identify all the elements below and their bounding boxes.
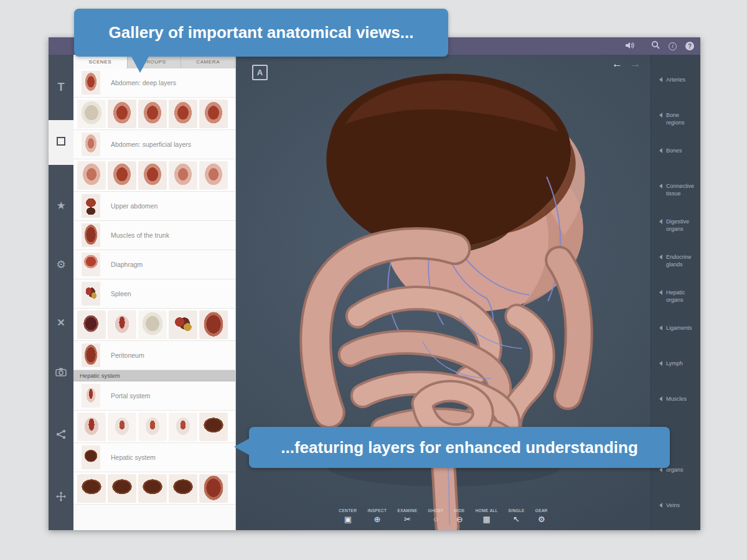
anatomy-category-organs[interactable]: organs: [651, 464, 700, 499]
scene-item[interactable]: Hepatic system: [73, 443, 235, 472]
scene-variant-thumbnail[interactable]: [169, 161, 197, 190]
anatomy-category-muscles[interactable]: Muscles: [651, 393, 700, 428]
tutorial-callout-bottom: ...featuring layers for enhanced underst…: [249, 427, 670, 468]
scene-variant-thumbnail[interactable]: [138, 413, 167, 441]
chevron-left-icon: [656, 148, 662, 153]
tool-single[interactable]: SINGLE↖: [508, 508, 524, 523]
scene-variant-thumbnail[interactable]: [199, 474, 228, 503]
scene-variant-thumbnail[interactable]: [138, 161, 167, 190]
scene-variant-thumbnail[interactable]: [169, 100, 197, 128]
info-icon[interactable]: i: [669, 42, 677, 50]
scene-variant-thumbnail[interactable]: [108, 310, 136, 339]
anatomy-category-label: Arteries: [666, 76, 685, 83]
favorites-button[interactable]: ★: [49, 193, 73, 218]
scene-thumbnail[interactable]: [82, 253, 100, 276]
scene-item[interactable]: Spleen: [73, 279, 235, 309]
scene-variant-thumbnail[interactable]: [169, 474, 197, 503]
scene-thumbnail[interactable]: [82, 446, 100, 469]
scene-variant-thumbnail[interactable]: [77, 413, 106, 441]
anatomy-category-bone-regions[interactable]: Bone regions: [651, 109, 700, 144]
tool-label: GEAR: [535, 508, 548, 513]
scene-thumbnail[interactable]: [82, 223, 100, 247]
anatomy-category-digestive-organs[interactable]: Digestive organs: [651, 215, 700, 251]
scene-item-label: Abdomen: deep layers: [111, 79, 176, 86]
scene-thumbnail[interactable]: [82, 343, 100, 367]
scene-item[interactable]: Abdomen: superficial layers: [73, 130, 235, 159]
callout-top-text: Gallery of important anatomical views...: [109, 23, 414, 42]
scene-variant-thumbnail[interactable]: [169, 310, 197, 339]
scene-variant-thumbnail[interactable]: [199, 310, 228, 339]
share-button[interactable]: [49, 423, 73, 448]
tab-scenes[interactable]: SCENES: [73, 55, 128, 68]
forward-arrow-icon[interactable]: →: [630, 58, 641, 70]
anatomy-category-bones[interactable]: Bones: [651, 144, 700, 180]
scene-thumbnail[interactable]: [82, 133, 100, 156]
scenes-tool-button[interactable]: [49, 120, 73, 165]
scene-thumbnail[interactable]: [82, 282, 100, 306]
inspect-icon: ⊕: [374, 515, 380, 523]
viewport-toolbar: CENTER▣INSPECT⊕EXAMINE✂GHOST○HIDE⊖HOME A…: [339, 508, 547, 523]
anatomy-category-ligaments[interactable]: Ligaments: [651, 322, 700, 357]
scene-item[interactable]: Portal system: [73, 381, 235, 411]
anatomy-category-label: Lymph: [666, 360, 683, 367]
home-all-icon: ▦: [482, 515, 490, 523]
tool-home-all[interactable]: HOME ALL▦: [476, 508, 498, 523]
scene-variant-thumbnail[interactable]: [77, 310, 106, 339]
tab-camera[interactable]: CAMERA: [181, 55, 235, 68]
anatomy-category-lymph[interactable]: Lymph: [651, 357, 700, 393]
view-history-nav: ← →: [612, 58, 641, 70]
scene-variant-thumbnail[interactable]: [138, 310, 167, 339]
center-icon: ▣: [344, 515, 352, 523]
scene-variant-thumbnail[interactable]: [77, 161, 106, 190]
anatomy-category-label: Veins: [666, 502, 680, 509]
tool-hide[interactable]: HIDE⊖: [454, 508, 465, 523]
scene-item[interactable]: Muscles of the trunk: [73, 221, 235, 250]
scene-variant-thumbnail[interactable]: [199, 413, 228, 441]
volume-icon[interactable]: [625, 40, 635, 52]
scene-item[interactable]: Upper abdomen: [73, 192, 235, 221]
tool-center[interactable]: CENTER▣: [339, 508, 357, 523]
left-toolbar: T ★ ⚙ ✕: [49, 55, 73, 530]
scene-variant-thumbnail[interactable]: [77, 100, 106, 128]
scene-item[interactable]: Peritoneum: [73, 341, 235, 370]
scene-variant-thumbnail[interactable]: [108, 161, 136, 190]
ghost-icon: ○: [433, 515, 438, 523]
scene-variant-thumbnail[interactable]: [108, 100, 136, 128]
scene-item[interactable]: Diaphragm: [73, 250, 235, 279]
scene-variant-thumbnail[interactable]: [108, 474, 136, 503]
anatomy-category-hepatic-organs[interactable]: Hepatic organs: [651, 286, 700, 322]
scene-thumbnail[interactable]: [82, 384, 100, 408]
scene-gallery-row: [73, 309, 235, 341]
pan-button[interactable]: [49, 485, 73, 510]
text-tool-button[interactable]: T: [49, 75, 73, 100]
annotation-badge[interactable]: A: [252, 65, 268, 80]
scene-variant-thumbnail[interactable]: [77, 474, 106, 503]
scene-thumbnail[interactable]: [82, 71, 100, 95]
anatomy-category-veins[interactable]: Veins: [651, 499, 700, 534]
tool-inspect[interactable]: INSPECT⊕: [367, 508, 387, 523]
anatomy-category-arteries[interactable]: Arteries: [651, 73, 700, 109]
scene-variant-thumbnail[interactable]: [138, 474, 167, 503]
tool-examine[interactable]: EXAMINE✂: [397, 508, 417, 523]
scene-variant-thumbnail[interactable]: [199, 161, 228, 190]
back-arrow-icon[interactable]: ←: [612, 58, 622, 70]
screenshot-button[interactable]: [49, 361, 73, 386]
search-icon[interactable]: [651, 40, 660, 52]
tool-ghost[interactable]: GHOST○: [428, 508, 443, 523]
scene-variant-thumbnail[interactable]: [199, 100, 228, 128]
scene-item[interactable]: Abdomen: deep layers: [73, 68, 235, 98]
scene-variant-thumbnail[interactable]: [169, 413, 197, 441]
anatomy-category-endocrine-glands[interactable]: Endocrine glands: [651, 251, 700, 286]
anatomy-category-label: Ligaments: [666, 324, 692, 332]
scenes-panel: SCENESGROUPSCAMERA Abdomen: deep layersA…: [73, 55, 236, 530]
chevron-left-icon: [656, 184, 662, 189]
anatomy-category-connective-tissue[interactable]: Connective tissue: [651, 180, 700, 215]
dissect-button[interactable]: ✕: [49, 310, 73, 335]
scene-variant-thumbnail[interactable]: [108, 413, 136, 441]
tool-gear[interactable]: GEAR⚙: [535, 508, 548, 523]
scene-variant-thumbnail[interactable]: [138, 100, 167, 128]
settings-button[interactable]: ⚙: [49, 252, 73, 277]
callout-bottom-text: ...featuring layers for enhanced underst…: [281, 438, 638, 457]
help-icon[interactable]: ?: [685, 42, 694, 50]
scene-thumbnail[interactable]: [82, 194, 100, 218]
